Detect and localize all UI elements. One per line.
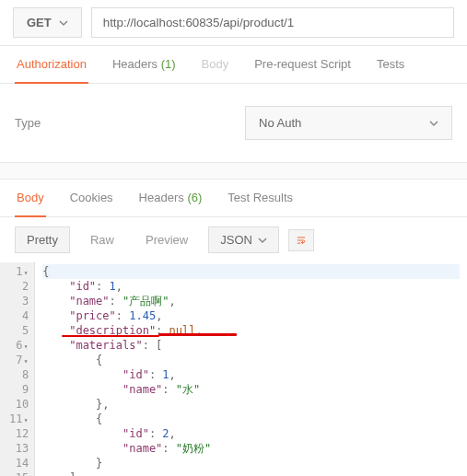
line-number: 12 (9, 426, 29, 441)
code-line: "name": "产品啊", (42, 294, 460, 308)
http-method-select[interactable]: GET (13, 7, 82, 38)
format-label: JSON (220, 233, 252, 247)
line-number: 8 (9, 367, 29, 382)
view-raw-button[interactable]: Raw (79, 227, 125, 252)
code-line: } (42, 456, 460, 470)
code-line: "name": "奶粉" (42, 441, 460, 456)
wrap-icon (297, 236, 306, 245)
chevron-down-icon (258, 236, 267, 245)
line-gutter: 1 2 3 4 5 6 7 8 9 10 11 12 13 14 15 16 (0, 262, 35, 476)
code-line: "id": 1, (42, 367, 460, 382)
code-line: ] (42, 470, 460, 476)
resp-tab-body[interactable]: Body (15, 180, 46, 217)
code-line: "price": 1.45, (42, 308, 460, 323)
resp-tab-headers-count: (6) (187, 191, 202, 204)
tab-headers[interactable]: Headers (1) (111, 46, 178, 83)
resp-tab-headers[interactable]: Headers (6) (137, 180, 204, 216)
view-preview-button[interactable]: Preview (134, 227, 199, 252)
auth-type-value: No Auth (259, 116, 301, 130)
auth-type-label: Type (15, 116, 245, 130)
code-line: }, (42, 397, 460, 412)
line-number: 2 (9, 279, 29, 294)
resp-tab-test-results[interactable]: Test Results (226, 180, 295, 216)
format-select[interactable]: JSON (208, 226, 279, 253)
annotation-underline (158, 333, 237, 336)
code-line: "id": 2, (42, 426, 460, 441)
code-line: { (42, 353, 460, 367)
http-method-label: GET (27, 16, 52, 29)
code-line: { (42, 264, 460, 279)
tab-headers-count: (1) (161, 57, 176, 71)
line-number: 9 (9, 382, 29, 397)
wrap-lines-button[interactable] (288, 229, 314, 251)
line-number: 4 (9, 308, 29, 323)
line-number: 7 (9, 353, 29, 367)
auth-type-select[interactable]: No Auth (245, 106, 452, 140)
section-divider (0, 163, 467, 180)
tab-tests[interactable]: Tests (375, 46, 406, 83)
line-number: 6 (9, 338, 29, 353)
code-source: { "id": 1, "name": "产品啊", "price": 1.45,… (35, 262, 467, 476)
chevron-down-icon (59, 18, 68, 28)
line-number: 13 (9, 441, 29, 456)
code-line: "materials": [ (42, 338, 460, 353)
line-number: 15 (9, 470, 29, 476)
view-pretty-button[interactable]: Pretty (15, 226, 70, 253)
line-number: 11 (9, 412, 29, 426)
line-number: 10 (9, 397, 29, 412)
tab-prerequest[interactable]: Pre-request Script (252, 46, 353, 83)
chevron-down-icon (429, 119, 438, 128)
code-line: "name": "水" (42, 382, 460, 397)
resp-tab-cookies[interactable]: Cookies (68, 180, 115, 216)
line-number: 3 (9, 294, 29, 308)
resp-tab-headers-label: Headers (139, 191, 184, 204)
tab-authorization[interactable]: Authorization (15, 46, 88, 84)
tab-body[interactable]: Body (200, 46, 231, 83)
code-line: { (42, 412, 460, 426)
code-line: "id": 1, (42, 279, 460, 294)
line-number: 14 (9, 456, 29, 470)
line-number: 5 (9, 323, 29, 338)
request-url-input[interactable] (91, 7, 454, 38)
annotation-underline (62, 335, 159, 337)
line-number: 1 (9, 264, 29, 279)
tab-headers-label: Headers (112, 57, 158, 71)
response-body-code[interactable]: 1 2 3 4 5 6 7 8 9 10 11 12 13 14 15 16 {… (0, 262, 467, 476)
